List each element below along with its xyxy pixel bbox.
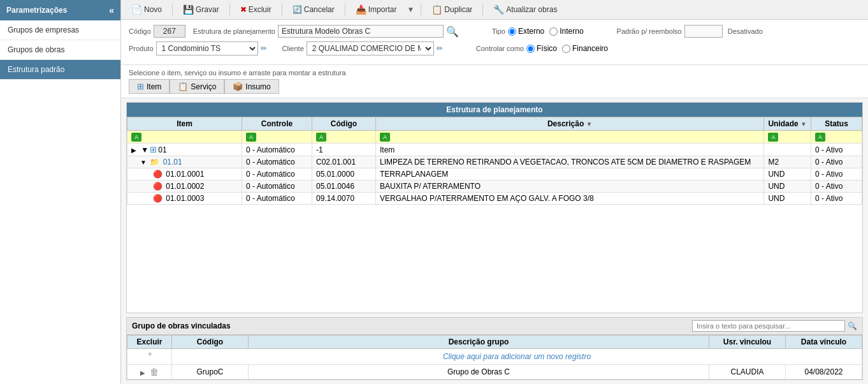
tree-expand-0101[interactable]: ▼ — [140, 159, 148, 166]
divider-1 — [172, 3, 173, 16]
excluir-icon: ✖ — [240, 5, 247, 14]
tab-item[interactable]: ⊞ Item — [129, 79, 170, 94]
controlar-radio-group: Físico Financeiro — [526, 44, 608, 53]
padrao-input[interactable] — [684, 25, 723, 38]
produto-group: Produto 1 Condominio TS ✏ — [129, 41, 267, 55]
table-row[interactable]: 🔴 01.01.0001 0 - Automático 05.01.0000 T… — [127, 168, 862, 181]
grupo-obras-title: Grupo de obras vinculadas — [132, 321, 231, 330]
tipo-interno-radio[interactable] — [549, 27, 558, 36]
grupo-obras-header: Grupo de obras vinculadas 🔍 — [127, 318, 862, 335]
row-controle: 0 - Automático — [242, 144, 312, 156]
importar-button[interactable]: 📥 Importar — [351, 3, 402, 17]
cliente-edit-icon[interactable]: ✏ — [437, 44, 443, 53]
controlar-financeiro-label[interactable]: Financeiro — [562, 44, 608, 53]
row-descricao: LIMPEZA DE TERRENO RETIRANDO A VEGETACAO… — [376, 156, 764, 168]
delete-icon[interactable]: 🗑 — [150, 367, 159, 377]
controlar-financeiro-radio[interactable] — [562, 45, 570, 53]
novo-button[interactable]: 📄 Novo — [126, 3, 167, 17]
produto-edit-icon[interactable]: ✏ — [261, 44, 267, 53]
tipo-externo-label[interactable]: Externo — [508, 27, 544, 36]
row-status: 0 - Ativo — [811, 144, 862, 156]
sidebar-collapse-icon[interactable]: « — [109, 5, 114, 15]
filter-item: A — [127, 131, 242, 144]
gravar-icon: 💾 — [183, 4, 194, 15]
sidebar-item-grupos-empresas[interactable]: Grupos de empresas — [0, 20, 120, 40]
sidebar: Parametrizações « Grupos de empresas Gru… — [0, 0, 121, 384]
controlar-fisico-radio[interactable] — [526, 45, 535, 53]
divider-4 — [345, 3, 345, 16]
th-descricao-grupo: Descrição grupo — [249, 336, 709, 349]
divider-2 — [229, 3, 230, 16]
sidebar-item-grupos-obras[interactable]: Grupos de obras — [0, 40, 120, 60]
row-unidade: UND — [764, 193, 811, 205]
row-folder-icon: 📁 — [150, 158, 159, 166]
excluir-button[interactable]: ✖ Excluir — [235, 3, 277, 16]
tab-servico[interactable]: 📋 Serviço — [170, 79, 224, 94]
cliente-group: Cliente 2 QUALIMAD COMERCIO DE MADE... ✏ — [282, 41, 443, 55]
table-row[interactable]: 🔴 01.01.0002 0 - Automático 05.01.0046 B… — [127, 181, 862, 193]
row-status: 0 - Ativo — [811, 156, 862, 168]
th-unidade-filter-icon[interactable]: ▼ — [800, 121, 807, 128]
sidebar-item-estrutura-padrao[interactable]: Estrutura padrão — [0, 60, 120, 80]
table-row[interactable]: 🔴 01.01.0003 0 - Automático 09.14.0070 V… — [127, 193, 862, 205]
produto-select[interactable]: 1 Condominio TS — [156, 41, 258, 55]
tipo-interno-label[interactable]: Interno — [549, 27, 583, 36]
cliente-select[interactable]: 2 QUALIMAD COMERCIO DE MADE... — [307, 41, 434, 55]
structure-table: Item Controle Código Descrição ▼ Unidade… — [127, 117, 862, 205]
cliente-label: Cliente — [282, 45, 304, 52]
atualizar-button[interactable]: 🔧 Atualizar obras — [488, 3, 562, 17]
sidebar-header: Parametrizações « — [0, 0, 120, 20]
row-insumo-icon: 🔴 — [153, 170, 163, 179]
th-descricao-filter-icon[interactable]: ▼ — [586, 121, 593, 128]
tipo-group: Tipo Externo Interno — [492, 27, 584, 36]
row-codigo: 09.14.0070 — [312, 193, 376, 205]
filter-status: A — [811, 131, 862, 144]
gravar-button[interactable]: 💾 Gravar — [178, 3, 224, 17]
tab-servico-icon: 📋 — [178, 82, 188, 91]
duplicar-button[interactable]: 📋 Duplicar — [426, 3, 477, 17]
row-controle: 0 - Automático — [242, 156, 312, 168]
add-row[interactable]: * Clique aqui para adicionar um novo reg… — [127, 349, 862, 365]
row-descricao: VERGALHAO P/ATERRAMENTO EM AÇO GALV. A F… — [376, 193, 764, 205]
row-codigo: C02.01.001 — [312, 156, 376, 168]
divider-3 — [282, 3, 282, 16]
row-unidade: M2 — [764, 156, 811, 168]
table-row[interactable]: ▶ 🗑 GrupoC Grupo de Obras C CLAUDIA 04/0… — [127, 365, 862, 380]
tipo-radio-group: Externo Interno — [508, 27, 584, 36]
estrutura-input[interactable] — [278, 25, 444, 38]
tipo-label: Tipo — [492, 27, 505, 35]
grupo-obras-section: Grupo de obras vinculadas 🔍 Excluir Códi… — [126, 317, 863, 380]
importar-dropdown-arrow[interactable]: ▼ — [405, 3, 416, 16]
tree-expand-01[interactable]: ▶ — [131, 147, 139, 154]
th-codigo: Código — [172, 336, 249, 349]
codigo-input[interactable] — [154, 25, 185, 38]
toolbar: 📄 Novo 💾 Gravar ✖ Excluir 🔄 Cancelar 📥 I… — [121, 0, 868, 20]
grupo-obras-search-input[interactable] — [692, 320, 845, 332]
row-descricao-grupo: Grupo de Obras C — [249, 365, 709, 380]
controlar-group: Controlar como Físico Financeiro — [476, 44, 608, 53]
cancelar-button[interactable]: 🔄 Cancelar — [287, 3, 340, 16]
th-controle: Controle — [242, 117, 312, 131]
row-controle: 0 - Automático — [242, 193, 312, 205]
th-codigo: Código — [312, 117, 376, 131]
row-data: 04/08/2022 — [786, 365, 862, 380]
structure-panel: Estrutura de planejamento Item Controle … — [126, 102, 863, 313]
row-insumo-icon: 🔴 — [153, 194, 163, 203]
selection-area: Selecione o item, serviço ou insumo e ar… — [121, 65, 868, 98]
th-excluir: Excluir — [127, 336, 172, 349]
codigo-group: Código — [129, 25, 185, 38]
tab-insumo[interactable]: 📦 Insumo — [224, 79, 278, 94]
selection-tabs: ⊞ Item 📋 Serviço 📦 Insumo — [129, 79, 860, 94]
add-row-label[interactable]: Clique aqui para adicionar um novo regis… — [172, 349, 862, 365]
th-usr: Usr. vinculou — [709, 336, 786, 349]
tab-item-icon: ⊞ — [137, 82, 144, 91]
filter-unidade: A — [764, 131, 811, 144]
table-row[interactable]: ▼ 📁 01.01 0 - Automático C02.01.001 LIMP… — [127, 156, 862, 168]
table-row[interactable]: ▶ ▼ ⊞ 01 0 - Automático -1 Item — [127, 144, 862, 156]
controlar-fisico-label[interactable]: Físico — [526, 44, 557, 53]
estrutura-search-button[interactable]: 🔍 — [446, 26, 459, 38]
tipo-externo-radio[interactable] — [508, 27, 516, 36]
estrutura-group: Estrutura de planejamento 🔍 — [193, 25, 459, 38]
divider-6 — [482, 3, 483, 16]
main-content: 📄 Novo 💾 Gravar ✖ Excluir 🔄 Cancelar 📥 I… — [121, 0, 868, 384]
